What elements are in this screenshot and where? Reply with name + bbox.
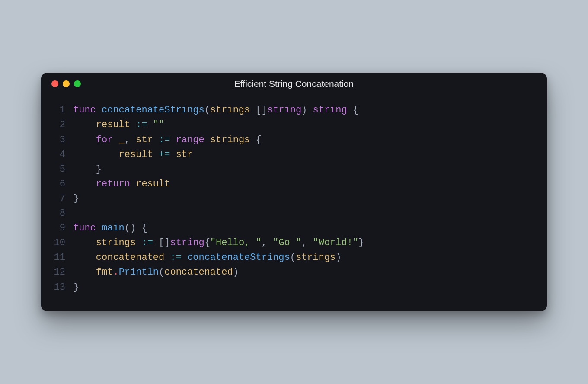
- code-line: 6 return result: [51, 177, 537, 192]
- line-number: 1: [51, 103, 73, 118]
- line-number: 4: [51, 147, 73, 162]
- code-content: fmt.Println(concatenated): [73, 265, 239, 280]
- code-line: 3 for _, str := range strings {: [51, 133, 537, 147]
- code-line: 1func concatenateStrings(strings []strin…: [51, 103, 537, 118]
- line-number: 10: [51, 236, 73, 250]
- minimize-icon[interactable]: [63, 80, 70, 87]
- line-number: 11: [51, 250, 73, 265]
- code-line: 11 concatenated := concatenateStrings(st…: [51, 250, 537, 265]
- code-content: return result: [73, 177, 170, 192]
- window-controls: [51, 80, 81, 87]
- line-number: 13: [51, 280, 73, 295]
- code-content: func concatenateStrings(strings []string…: [73, 103, 358, 118]
- code-line: 7}: [51, 192, 537, 206]
- line-number: 3: [51, 133, 73, 147]
- code-content: strings := []string{"Hello, ", "Go ", "W…: [73, 236, 364, 250]
- line-number: 5: [51, 162, 73, 177]
- line-number: 9: [51, 221, 73, 236]
- code-line: 2 result := "": [51, 118, 537, 132]
- maximize-icon[interactable]: [74, 80, 81, 87]
- code-content: }: [73, 192, 79, 206]
- code-window: Efficient String Concatenation 1func con…: [41, 73, 547, 311]
- code-line: 9func main() {: [51, 221, 537, 236]
- code-line: 5 }: [51, 162, 537, 177]
- code-content: for _, str := range strings {: [73, 133, 262, 147]
- line-number: 2: [51, 118, 73, 132]
- code-content: func main() {: [73, 221, 147, 236]
- code-content: }: [73, 162, 102, 177]
- code-line: 4 result += str: [51, 147, 537, 162]
- code-content: concatenated := concatenateStrings(strin…: [73, 250, 342, 265]
- close-icon[interactable]: [51, 80, 58, 87]
- line-number: 12: [51, 265, 73, 280]
- code-line: 13}: [51, 280, 537, 295]
- code-editor[interactable]: 1func concatenateStrings(strings []strin…: [41, 91, 547, 311]
- code-content: result := "": [73, 118, 164, 132]
- code-content: }: [73, 280, 79, 295]
- code-content: result += str: [73, 147, 193, 162]
- line-number: 7: [51, 192, 73, 206]
- line-number: 8: [51, 206, 73, 221]
- code-line: 12 fmt.Println(concatenated): [51, 265, 537, 280]
- window-titlebar: Efficient String Concatenation: [41, 73, 547, 91]
- line-number: 6: [51, 177, 73, 192]
- code-line: 10 strings := []string{"Hello, ", "Go ",…: [51, 236, 537, 250]
- code-line: 8: [51, 206, 537, 221]
- window-title: Efficient String Concatenation: [234, 79, 354, 89]
